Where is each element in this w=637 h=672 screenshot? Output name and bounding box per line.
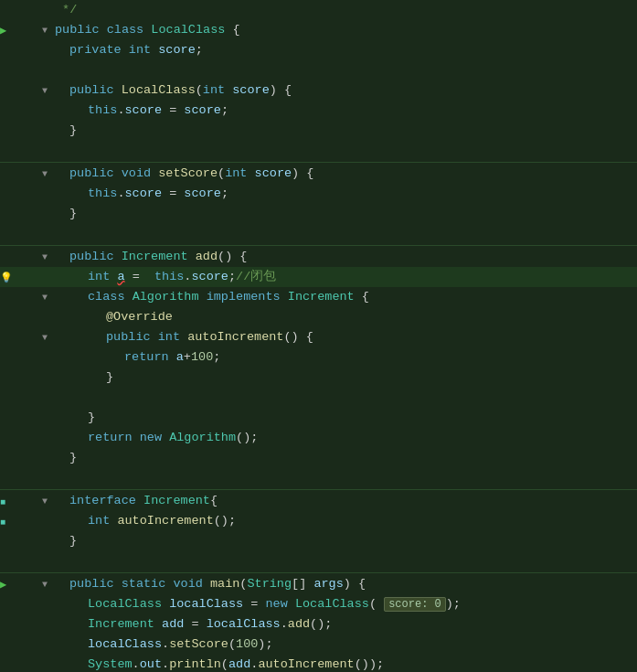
code-33: System.out.println(add.autoIncrement()); <box>51 656 384 672</box>
code-9: public void setScore(int score) { <box>51 165 313 183</box>
code-line-20 <box>0 388 637 408</box>
code-line-11: } <box>0 204 637 224</box>
code-13: public Increment add() { <box>51 248 247 266</box>
fold-icon-29[interactable]: ▼ <box>38 580 51 590</box>
divider-3 <box>0 489 637 490</box>
code-line-15: ▼ class Algorithm implements Increment { <box>0 287 637 307</box>
code-5: public LocalClass(int score) { <box>51 81 292 100</box>
code-25: interface Increment{ <box>51 492 218 510</box>
fold-icon-13[interactable]: ▼ <box>38 252 51 262</box>
code-31: Increment add = localClass.add(); <box>51 615 332 634</box>
fold-icon-2[interactable]: ▼ <box>38 26 51 36</box>
code-line-23: } <box>0 448 637 468</box>
code-line-10: this.score = score; <box>0 184 637 204</box>
fold-icon-17[interactable]: ▼ <box>38 333 51 343</box>
code-20 <box>51 389 62 407</box>
left-bar-2: ▶ <box>0 24 13 37</box>
code-line-19: } <box>0 368 637 388</box>
code-line-27: } <box>0 531 637 551</box>
code-17: public int autoIncrement() { <box>51 328 313 347</box>
code-line-30: LocalClass localClass = new LocalClass( … <box>0 594 637 614</box>
code-line-22: return new Algorithm(); <box>0 428 637 448</box>
code-line-21: } <box>0 408 637 428</box>
code-line-6: this.score = score; <box>0 101 637 121</box>
code-line-31: Increment add = localClass.add(); <box>0 614 637 635</box>
code-line-28 <box>0 551 637 571</box>
code-line-24 <box>0 468 637 488</box>
code-line-7: } <box>0 121 637 141</box>
code-19: } <box>51 368 113 387</box>
code-line-13: ▼ public Increment add() { <box>0 247 637 267</box>
code-line-1: */ <box>0 0 637 20</box>
code-8 <box>51 142 62 160</box>
code-line-25: ■ ▼ interface Increment{ <box>0 491 637 511</box>
code-line-8 <box>0 141 637 161</box>
fold-icon-15[interactable]: ▼ <box>38 293 51 303</box>
code-32: localClass.setScore(100); <box>51 635 273 654</box>
hint-box-score: score: 0 <box>384 597 446 612</box>
code-line-26: ■ int autoIncrement(); <box>0 511 637 531</box>
code-23: } <box>51 449 77 467</box>
code-editor: */ ▶ ▼ public class LocalClass { private… <box>0 0 637 672</box>
code-3: private int score; <box>51 41 203 59</box>
fold-icon-5[interactable]: ▼ <box>38 86 51 96</box>
code-15: class Algorithm implements Increment { <box>51 288 369 306</box>
code-4 <box>51 61 62 80</box>
code-line-4 <box>0 60 637 80</box>
code-line-2: ▶ ▼ public class LocalClass { <box>0 20 637 40</box>
left-bar-26: ■ <box>0 515 13 528</box>
code-21: } <box>51 409 95 427</box>
code-18: return a+100; <box>51 348 220 367</box>
code-10: this.score = score; <box>51 185 228 203</box>
arrow-icon-29: ▶ <box>0 579 6 592</box>
code-12 <box>51 225 62 243</box>
left-bar-25: ■ <box>0 495 13 508</box>
divider-1 <box>0 162 637 163</box>
divider-4 <box>0 572 637 573</box>
code-30: LocalClass localClass = new LocalClass( … <box>51 595 461 613</box>
interface-icon-25: ■ <box>0 497 5 507</box>
code-line-12 <box>0 224 637 244</box>
left-bar-14: 💡 <box>0 271 13 284</box>
code-line-9: ▼ public void setScore(int score) { <box>0 164 637 184</box>
code-16: @Override <box>51 308 173 326</box>
divider-2 <box>0 245 637 246</box>
interface-icon-26: ■ <box>0 517 5 528</box>
code-line-33: System.out.println(add.autoIncrement()); <box>0 655 637 672</box>
code-24 <box>51 469 62 487</box>
code-line-18: return a+100; <box>0 347 637 368</box>
code-6: this.score = score; <box>51 101 228 120</box>
fold-icon-25[interactable]: ▼ <box>38 496 51 507</box>
bulb-icon-14[interactable]: 💡 <box>0 272 13 283</box>
code-line-5: ▼ public LocalClass(int score) { <box>0 80 637 101</box>
code-line-3: private int score; <box>0 40 637 60</box>
code-line-14: 💡 int a = this.score;//闭包 <box>0 267 637 287</box>
code-line-29: ▶ ▼ public static void main(String[] arg… <box>0 574 637 594</box>
code-line-32: localClass.setScore(100); <box>0 635 637 655</box>
code-27: } <box>51 532 77 550</box>
code-26: int autoIncrement(); <box>51 512 236 530</box>
left-bar-29: ▶ <box>0 578 13 592</box>
code-14: int a = this.score;//闭包 <box>51 268 276 286</box>
code-11: } <box>51 205 77 223</box>
code-2: public class LocalClass { <box>51 21 240 39</box>
fold-icon-9[interactable]: ▼ <box>38 169 51 179</box>
arrow-icon-2: ▶ <box>0 25 6 37</box>
code-line-16: @Override <box>0 307 637 327</box>
code-29: public static void main(String[] args) { <box>51 575 366 593</box>
code-28 <box>51 552 62 571</box>
code-line-17: ▼ public int autoIncrement() { <box>0 327 637 347</box>
code-22: return new Algorithm(); <box>51 429 258 447</box>
code-1: */ <box>51 1 77 19</box>
code-7: } <box>51 122 77 140</box>
